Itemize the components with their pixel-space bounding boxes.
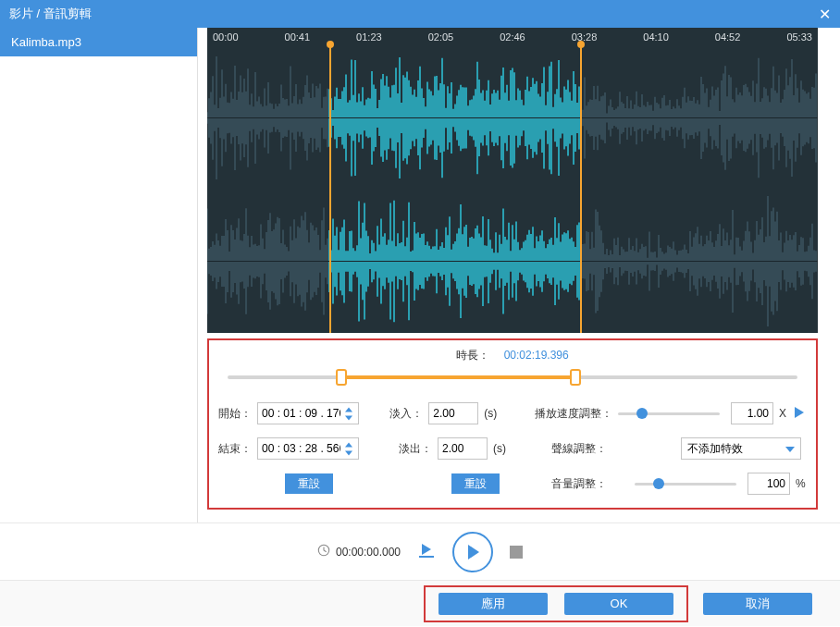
ok-button[interactable]: OK <box>564 593 673 615</box>
spinner-up-icon[interactable] <box>343 441 354 449</box>
speed-unit: X <box>779 407 786 420</box>
stop-button[interactable] <box>510 546 523 559</box>
voice-label: 聲線調整： <box>551 441 635 457</box>
playback-bar: 00:00:00.000 <box>0 522 840 580</box>
button-bar: 應用 OK 取消 <box>0 580 840 626</box>
end-label: 結束： <box>218 441 257 457</box>
cancel-button[interactable]: 取消 <box>703 593 812 615</box>
play-button[interactable] <box>452 532 493 572</box>
main-area: Kalimba.mp3 00:00 00:41 01:23 02:05 02:4… <box>0 28 840 522</box>
spinner-up-icon[interactable] <box>343 406 354 413</box>
sidebar-item-file[interactable]: Kalimba.mp3 <box>0 28 197 56</box>
reset-fade-button[interactable]: 重設 <box>451 473 500 494</box>
start-time-field[interactable] <box>262 407 340 420</box>
speed-input[interactable] <box>731 402 773 424</box>
spinner-down-icon[interactable] <box>343 449 354 457</box>
tick: 02:46 <box>500 31 525 46</box>
play-time: 00:00:00.000 <box>317 544 401 559</box>
tick: 00:00 <box>213 31 239 46</box>
waveform-svg <box>207 46 818 333</box>
fadein-label: 淡入： <box>389 406 428 422</box>
speed-label: 播放速度調整： <box>535 406 618 422</box>
fadein-unit: (s) <box>484 407 497 420</box>
edit-panel: 時長： 00:02:19.396 開始： <box>207 338 818 510</box>
waveform-container: 00:00 00:41 01:23 02:05 02:46 03:28 04:1… <box>207 28 818 333</box>
chevron-down-icon <box>785 442 795 455</box>
edit-row-2: 結束： 淡出： (s) 聲線調整： <box>218 437 807 460</box>
fadein-input[interactable] <box>428 402 478 424</box>
start-time-input[interactable] <box>257 402 359 424</box>
export-icon[interactable] <box>417 542 436 561</box>
apply-button[interactable]: 應用 <box>439 593 548 615</box>
spinner-down-icon[interactable] <box>343 414 354 422</box>
volume-slider[interactable] <box>635 475 736 492</box>
range-slider[interactable] <box>228 369 797 386</box>
waveform-body[interactable] <box>207 46 818 333</box>
speed-slider[interactable] <box>618 405 720 422</box>
apply-ok-group: 應用 OK <box>424 585 688 622</box>
fadeout-input[interactable] <box>438 437 488 460</box>
end-time-field[interactable] <box>262 442 340 455</box>
fadeout-label: 淡出： <box>399 441 438 457</box>
range-fill <box>341 375 575 379</box>
time-ruler: 00:00 00:41 01:23 02:05 02:46 03:28 04:1… <box>207 28 818 46</box>
window-title: 影片 / 音訊剪輯 <box>9 6 92 22</box>
voice-select[interactable]: 不添加特效 <box>681 437 801 460</box>
edit-row-3: 重設 重設 音量調整： % <box>218 473 807 495</box>
sidebar: Kalimba.mp3 <box>0 28 198 522</box>
tick: 04:52 <box>715 31 741 46</box>
range-handle-end[interactable] <box>570 369 581 386</box>
selection-handle-left[interactable] <box>329 46 331 333</box>
play-preview-icon[interactable] <box>792 405 807 423</box>
tick: 01:23 <box>356 31 382 46</box>
start-label: 開始： <box>218 406 257 422</box>
reset-time-button[interactable]: 重設 <box>285 473 333 494</box>
volume-label: 音量調整： <box>551 476 635 492</box>
clock-icon <box>317 544 330 559</box>
volume-unit: % <box>796 477 806 490</box>
sidebar-item-label: Kalimba.mp3 <box>11 35 81 49</box>
duration-label: 時長： <box>456 349 489 362</box>
duration-value: 00:02:19.396 <box>504 349 569 362</box>
titlebar: 影片 / 音訊剪輯 ✕ <box>0 0 840 28</box>
selection-handle-right[interactable] <box>580 46 582 333</box>
volume-input[interactable] <box>747 473 790 495</box>
right-area: 00:00 00:41 01:23 02:05 02:46 03:28 04:1… <box>198 28 840 522</box>
tick: 00:41 <box>285 31 311 46</box>
end-time-input[interactable] <box>257 437 359 460</box>
range-handle-start[interactable] <box>336 369 347 386</box>
duration-line: 時長： 00:02:19.396 <box>218 348 807 363</box>
tick: 05:33 <box>786 31 812 46</box>
voice-selected: 不添加特效 <box>687 441 743 457</box>
close-icon[interactable]: ✕ <box>819 6 831 23</box>
play-time-value: 00:00:00.000 <box>336 546 401 559</box>
tick: 04:10 <box>643 31 669 46</box>
fadeout-unit: (s) <box>493 442 506 455</box>
tick: 02:05 <box>428 31 454 46</box>
edit-row-1: 開始： 淡入： (s) 播放速度調整： <box>218 402 807 424</box>
